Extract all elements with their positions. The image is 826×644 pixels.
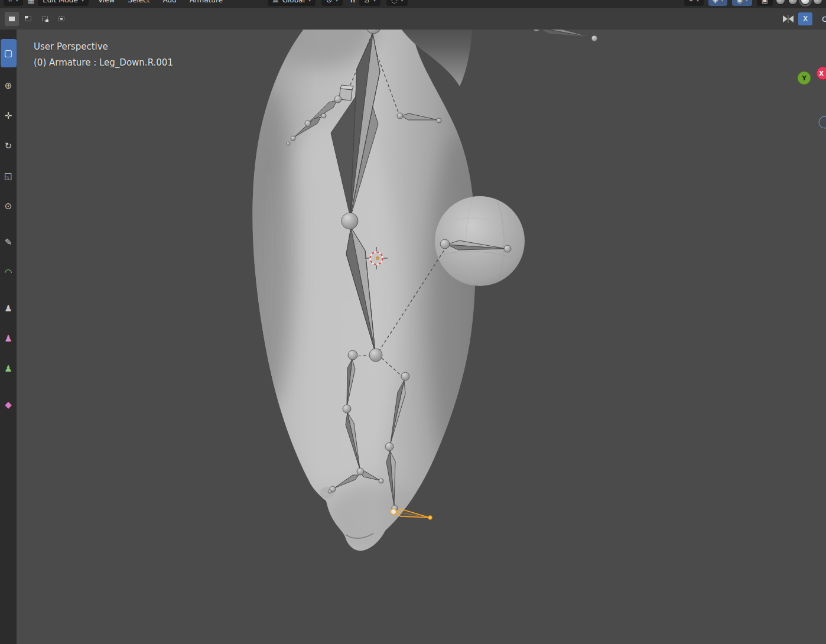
xray-icon: ▣ xyxy=(762,0,768,4)
visibility-dropdown[interactable]: ⌖ ▾ xyxy=(684,0,704,6)
blender-window: { "colors":{ "accent_blue":"#4772b3", "s… xyxy=(0,0,826,644)
toolbar: ▢ ⊕ ✛ ↻ ◱ ⊙ ✎ ◠ ♟ ♟ ♟ ◆ xyxy=(0,30,17,644)
chevron-down-icon: ▾ xyxy=(401,0,403,3)
chevron-down-icon: ▾ xyxy=(336,0,338,3)
orientation-label: Global xyxy=(282,0,305,4)
select-mode-invert[interactable] xyxy=(54,12,69,26)
orientation-dropdown[interactable]: ⟁ Global ▾ xyxy=(268,0,316,6)
viewport-header: ⌗ ▾ ▦ Edit Mode ▾ View Select Add Armatu… xyxy=(0,0,826,8)
overlays-icon: ◉ xyxy=(736,0,742,4)
proportional-edit-icon: ◌ xyxy=(391,0,397,4)
pivot-point-icon: ⊙ xyxy=(326,0,332,4)
orientation-icon: ⟁ xyxy=(272,0,279,4)
editor-type-button[interactable]: ⌗ ▾ xyxy=(4,0,23,6)
snap-settings-dropdown[interactable]: ⊿ ▾ xyxy=(359,0,381,6)
shading-rendered-icon[interactable] xyxy=(813,0,822,5)
select-mode-extend[interactable] xyxy=(21,12,35,26)
visibility-icon: ⌖ xyxy=(689,0,693,4)
tool-bone-envelope[interactable]: ♟ xyxy=(1,357,17,380)
gizmo-icon: ◈ xyxy=(713,0,718,4)
chevron-down-icon: ▾ xyxy=(82,0,84,3)
xray-toggle[interactable]: ▣ xyxy=(757,0,773,6)
menu-view[interactable]: View xyxy=(95,0,118,5)
tool-settings-bar: X O xyxy=(0,8,826,30)
body-mesh xyxy=(244,0,525,555)
menu-select[interactable]: Select xyxy=(124,0,153,5)
show-gizmo-toggle[interactable]: ◈ ▾ xyxy=(708,0,727,6)
pivot-dropdown[interactable]: ⊙ ▾ xyxy=(321,0,343,6)
editor-type-icon: ⌗ xyxy=(8,0,12,4)
show-overlays-toggle[interactable]: ◉ ▾ xyxy=(732,0,752,6)
select-mode-set[interactable] xyxy=(5,12,19,26)
tool-roll[interactable]: ♟ xyxy=(1,327,17,350)
mode-label: Edit Mode xyxy=(43,0,78,4)
tool-annotate[interactable]: ✎ xyxy=(1,230,17,254)
tool-transform[interactable]: ⊙ xyxy=(1,194,17,218)
tool-rotate[interactable]: ↻ xyxy=(1,134,17,158)
viewport-perspective-label: User Perspective xyxy=(34,41,108,52)
viewport-3d-scene[interactable] xyxy=(0,0,826,644)
tool-move[interactable]: ✛ xyxy=(1,104,17,128)
chevron-down-icon: ▾ xyxy=(721,0,723,3)
snap-magnet-icon[interactable]: ∩ xyxy=(350,0,356,4)
shading-material-icon[interactable] xyxy=(801,0,810,5)
tool-scale[interactable]: ◱ xyxy=(1,164,17,188)
tool-measure[interactable]: ◠ xyxy=(1,261,17,284)
select-mode-subtract[interactable] xyxy=(38,12,52,26)
chevron-down-icon: ▾ xyxy=(746,0,748,3)
tool-extrude[interactable]: ♟ xyxy=(1,297,17,320)
gizmo-x-label: X xyxy=(819,70,824,77)
shading-wireframe-icon[interactable] xyxy=(776,0,785,5)
gizmo-y-label: Y xyxy=(801,75,807,82)
chevron-down-icon: ▾ xyxy=(308,0,311,3)
proportional-edit-dropdown[interactable]: ◌ ▾ xyxy=(386,0,408,6)
x-mirror-butterfly-icon xyxy=(782,14,795,24)
gizmo-minus-axis[interactable] xyxy=(819,116,826,128)
tool-cursor[interactable]: ⊕ xyxy=(1,74,17,97)
tool-shear[interactable]: ◆ xyxy=(1,393,17,417)
menu-armature[interactable]: Armature xyxy=(186,0,226,5)
navigation-gizmo[interactable]: Y X xyxy=(791,66,826,131)
x-axis-mirror-toggle[interactable]: X xyxy=(798,12,812,25)
chevron-down-icon: ▾ xyxy=(697,0,699,3)
active-object-label: (0) Armature : Leg_Down.R.001 xyxy=(34,57,173,68)
menu-add[interactable]: Add xyxy=(159,0,180,5)
options-dropdown[interactable]: O xyxy=(822,15,826,24)
mode-dropdown[interactable]: Edit Mode ▾ xyxy=(38,0,89,6)
chevron-down-icon: ▾ xyxy=(373,0,376,3)
chevron-down-icon: ▾ xyxy=(16,0,18,3)
edit-mode-icon: ▦ xyxy=(28,0,34,4)
snap-target-icon: ⊿ xyxy=(364,0,370,4)
tool-select-box[interactable]: ▢ xyxy=(1,39,17,67)
shading-solid-icon[interactable] xyxy=(788,0,798,5)
